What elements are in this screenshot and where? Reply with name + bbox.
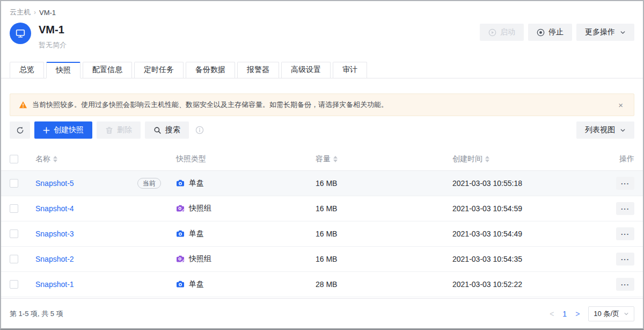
row-checkbox[interactable] (10, 280, 18, 289)
row-actions-button[interactable]: ··· (616, 253, 634, 266)
snapshot-name-link[interactable]: Snapshot-4 (35, 204, 74, 213)
more-actions-label: 更多操作 (585, 27, 615, 37)
table-row: Snapshot-3 单盘 16 MB 2021-03-03 10:54:49 … (1, 221, 643, 247)
snapshot-type-label: 单盘 (189, 229, 204, 239)
tab-backup-data[interactable]: 备份数据 (186, 62, 235, 78)
refresh-button[interactable] (10, 121, 30, 139)
row-actions-button[interactable]: ··· (616, 177, 634, 190)
row-checkbox[interactable] (10, 179, 18, 188)
single-disk-snapshot-icon (176, 280, 185, 289)
row-checkbox[interactable] (10, 229, 18, 238)
snapshot-group-icon (176, 255, 185, 263)
chevron-down-icon (624, 311, 629, 317)
stop-button-label: 停止 (548, 27, 564, 37)
column-header-actions: 操作 (619, 154, 634, 164)
select-all-checkbox[interactable] (10, 155, 18, 163)
page-number[interactable]: 1 (562, 310, 567, 318)
tab-overview[interactable]: 总览 (10, 62, 44, 78)
sort-icon (333, 156, 338, 162)
tab-snapshot[interactable]: 快照 (46, 62, 80, 78)
search-button[interactable]: 搜索 (145, 121, 189, 139)
page-title: VM-1 (39, 23, 67, 37)
header-actions: 启动 停止 更多操作 (480, 24, 634, 41)
prev-page-button[interactable]: < (550, 310, 554, 318)
toolbar: 创建快照 删除 搜索 (10, 121, 634, 139)
column-header-type: 快照类型 (176, 154, 206, 164)
chevron-down-icon (620, 30, 626, 35)
warning-banner-text: 当前快照较多。使用过多快照会影响云主机性能、数据安全以及主存储容量。如需长期备份… (32, 100, 388, 110)
breadcrumb-separator-icon: › (34, 9, 36, 16)
snapshot-type-label: 单盘 (189, 178, 204, 188)
stop-button[interactable]: 停止 (528, 24, 572, 41)
tab-scheduled-tasks[interactable]: 定时任务 (134, 62, 184, 78)
row-actions-button[interactable]: ··· (616, 202, 634, 215)
monitor-icon (14, 27, 26, 39)
snapshot-name-link[interactable]: Snapshot-1 (35, 280, 74, 289)
sort-icon (485, 156, 489, 162)
more-actions-button[interactable]: 更多操作 (576, 24, 634, 41)
snapshot-created-time: 2021-03-03 10:54:35 (452, 255, 601, 263)
vm-detail-page: 云主机 › VM-1 VM-1 暂无简介 (0, 0, 644, 330)
snapshot-capacity: 16 MB (316, 204, 452, 213)
view-mode-label: 列表视图 (585, 125, 615, 135)
row-actions-button[interactable]: ··· (616, 278, 634, 291)
snapshot-name-link[interactable]: Snapshot-3 (35, 229, 74, 238)
tab-config-info[interactable]: 配置信息 (83, 62, 132, 78)
tab-alarms[interactable]: 报警器 (237, 62, 279, 78)
delete-button[interactable]: 删除 (97, 121, 141, 139)
row-checkbox[interactable] (10, 204, 18, 213)
refresh-icon (16, 126, 24, 134)
warning-triangle-icon (19, 101, 27, 109)
breadcrumb: 云主机 › VM-1 (1, 1, 643, 17)
snapshot-capacity: 16 MB (316, 255, 452, 263)
table-row: Snapshot-1 单盘 28 MB 2021-03-03 10:52:22 … (1, 272, 643, 297)
search-icon (153, 126, 162, 134)
pagination: < 1 > 10 条/页 (550, 306, 634, 321)
close-icon[interactable]: × (616, 100, 625, 110)
snapshot-name-link[interactable]: Snapshot-5 (35, 179, 74, 188)
snapshot-name-link[interactable]: Snapshot-2 (35, 255, 74, 263)
stop-circle-icon (537, 28, 545, 37)
column-header-created[interactable]: 创建时间 (452, 154, 489, 164)
delete-button-label: 删除 (117, 125, 132, 135)
snapshot-created-time: 2021-03-03 10:55:18 (452, 179, 601, 188)
row-checkbox[interactable] (10, 255, 18, 263)
items-summary: 第 1-5 项, 共 5 项 (10, 309, 63, 319)
snapshot-capacity: 16 MB (316, 179, 452, 188)
table-header-row: 名称 快照类型 容量 创建时间 操作 (1, 147, 643, 171)
snapshot-created-time: 2021-03-03 10:54:49 (452, 229, 601, 238)
page-size-select[interactable]: 10 条/页 (588, 306, 634, 321)
snapshot-type-label: 单盘 (189, 279, 204, 289)
plus-icon (43, 127, 50, 134)
trash-icon (105, 126, 113, 134)
view-mode-dropdown[interactable]: 列表视图 (576, 121, 634, 139)
info-icon[interactable] (195, 126, 204, 134)
table-footer: 第 1-5 项, 共 5 项 < 1 > 10 条/页 (1, 298, 643, 328)
tab-audit[interactable]: 审计 (333, 62, 367, 78)
row-actions-button[interactable]: ··· (616, 227, 634, 240)
page-header: VM-1 暂无简介 启动 停止 (1, 17, 643, 50)
warning-banner: 当前快照较多。使用过多快照会影响云主机性能、数据安全以及主存储容量。如需长期备份… (10, 94, 634, 116)
current-badge: 当前 (137, 178, 161, 189)
page-size-value: 10 条/页 (594, 309, 619, 319)
breadcrumb-parent[interactable]: 云主机 (10, 8, 31, 17)
vm-avatar (10, 23, 31, 44)
start-button-label: 启动 (500, 27, 515, 37)
snapshot-created-time: 2021-03-03 10:54:59 (452, 204, 601, 213)
tab-bar: 总览 快照 配置信息 定时任务 备份数据 报警器 高级设置 审计 (1, 62, 643, 78)
sort-icon (53, 156, 57, 162)
snapshot-group-icon (176, 204, 185, 213)
column-header-capacity[interactable]: 容量 (316, 154, 338, 164)
create-snapshot-button[interactable]: 创建快照 (34, 121, 92, 139)
snapshot-created-time: 2021-03-03 10:52:22 (452, 280, 601, 289)
column-header-name[interactable]: 名称 (35, 154, 57, 164)
play-circle-icon (488, 28, 496, 37)
search-button-label: 搜索 (165, 125, 180, 135)
tab-advanced-settings[interactable]: 高级设置 (281, 62, 331, 78)
chevron-down-icon (620, 127, 626, 133)
snapshot-capacity: 16 MB (316, 229, 452, 238)
start-button[interactable]: 启动 (480, 24, 524, 41)
breadcrumb-current: VM-1 (39, 9, 56, 17)
table-row: Snapshot-5 当前 单盘 16 MB 2021-03-03 10:55:… (1, 171, 643, 196)
next-page-button[interactable]: > (575, 310, 580, 318)
